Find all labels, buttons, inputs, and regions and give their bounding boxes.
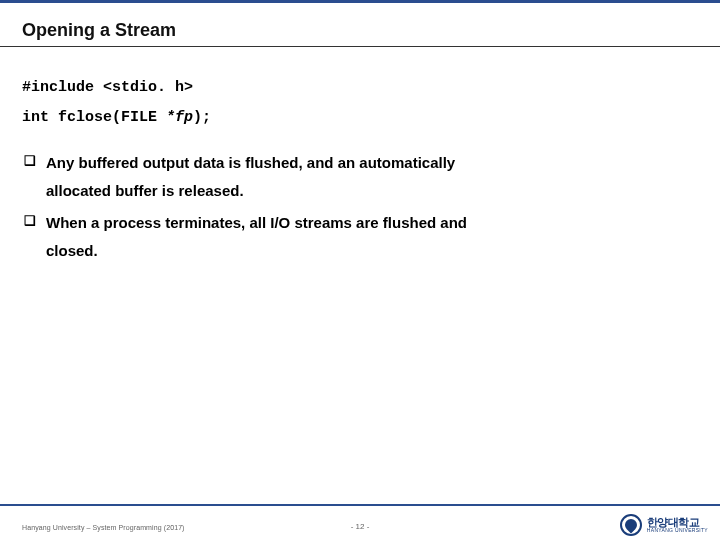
code-block: #include <stdio. h> int fclose(FILE *fp)… <box>22 73 698 133</box>
footer: Hanyang University – System Programming … <box>0 504 720 540</box>
code-param: *fp <box>166 109 193 126</box>
bullet-list: Any buffered output data is flushed, and… <box>22 151 698 263</box>
title-underline <box>0 46 720 47</box>
bullet-text: Any buffered output data is flushed, and… <box>46 154 455 171</box>
code-close: ); <box>193 109 211 126</box>
bullet-item: When a process terminates, all I/O strea… <box>22 211 698 235</box>
footer-logo: 한양대학교 HANYANG UNIVERSITY <box>620 514 708 536</box>
code-include: #include <stdio. h> <box>22 73 698 103</box>
bullet-text: When a process terminates, all I/O strea… <box>46 214 467 231</box>
bullet-item: Any buffered output data is flushed, and… <box>22 151 698 175</box>
bullet-continuation: allocated buffer is released. <box>22 179 698 203</box>
bullet-continuation: closed. <box>22 239 698 263</box>
university-logo-icon <box>620 514 642 536</box>
university-logo-text: 한양대학교 HANYANG UNIVERSITY <box>647 517 708 533</box>
footer-page-number: - 12 - <box>351 522 370 531</box>
code-include-text: #include <stdio. h> <box>22 79 193 96</box>
code-ret: int <box>22 109 49 126</box>
code-signature: int fclose(FILE *fp); <box>22 103 698 133</box>
footer-rule <box>0 504 720 506</box>
slide: Opening a Stream #include <stdio. h> int… <box>0 0 720 540</box>
top-rule <box>0 0 720 3</box>
footer-left-text: Hanyang University – System Programming … <box>22 524 185 531</box>
code-fn: fclose(FILE <box>58 109 157 126</box>
university-name-en: HANYANG UNIVERSITY <box>647 528 708 533</box>
